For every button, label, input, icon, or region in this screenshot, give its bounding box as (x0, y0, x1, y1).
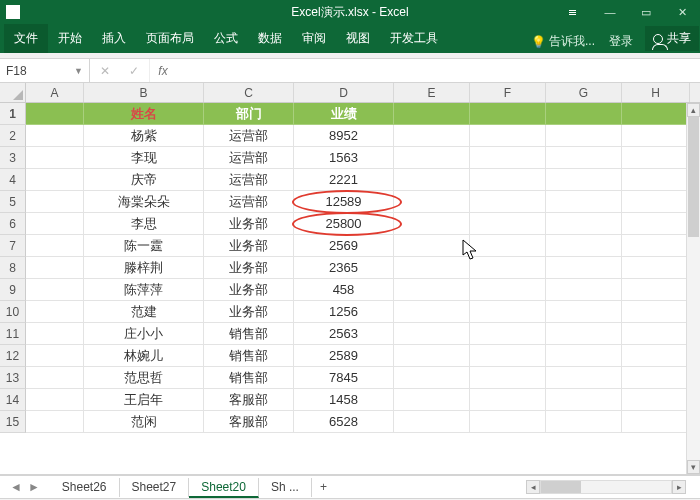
cell-score[interactable]: 12589 (294, 191, 394, 213)
enter-formula-icon[interactable]: ✓ (129, 64, 139, 78)
sheet-nav-next-icon[interactable]: ► (28, 480, 40, 494)
col-header-F[interactable]: F (470, 83, 546, 102)
add-sheet-button[interactable]: + (312, 480, 335, 494)
minimize-button[interactable]: — (592, 0, 628, 24)
row-header[interactable]: 13 (0, 367, 26, 389)
tab-data[interactable]: 数据 (248, 24, 292, 53)
row-header[interactable]: 3 (0, 147, 26, 169)
chevron-down-icon[interactable]: ▼ (74, 66, 83, 76)
sheet-nav-prev-icon[interactable]: ◄ (10, 480, 22, 494)
row-header[interactable]: 6 (0, 213, 26, 235)
cell-score[interactable]: 7845 (294, 367, 394, 389)
row-header[interactable]: 9 (0, 279, 26, 301)
header-name[interactable]: 姓名 (84, 103, 204, 125)
header-dept[interactable]: 部门 (204, 103, 294, 125)
cell-name[interactable]: 范思哲 (84, 367, 204, 389)
cell-dept[interactable]: 运营部 (204, 169, 294, 191)
cell-dept[interactable]: 运营部 (204, 125, 294, 147)
row-header[interactable]: 11 (0, 323, 26, 345)
tab-developer[interactable]: 开发工具 (380, 24, 448, 53)
cell-name[interactable]: 杨紫 (84, 125, 204, 147)
cell-dept[interactable]: 业务部 (204, 257, 294, 279)
cell-dept[interactable]: 销售部 (204, 345, 294, 367)
header-score[interactable]: 业绩 (294, 103, 394, 125)
vertical-scrollbar[interactable]: ▴ ▾ (686, 103, 700, 474)
cell-score[interactable]: 1458 (294, 389, 394, 411)
tab-review[interactable]: 审阅 (292, 24, 336, 53)
cell-dept[interactable]: 销售部 (204, 323, 294, 345)
col-header-H[interactable]: H (622, 83, 690, 102)
cell-name[interactable]: 林婉儿 (84, 345, 204, 367)
cell-name[interactable]: 庆帝 (84, 169, 204, 191)
cell-score[interactable]: 2365 (294, 257, 394, 279)
ribbon-options-icon[interactable] (556, 0, 592, 24)
login-link[interactable]: 登录 (603, 27, 639, 50)
row-header[interactable]: 2 (0, 125, 26, 147)
row-header[interactable]: 8 (0, 257, 26, 279)
cell-name[interactable]: 范建 (84, 301, 204, 323)
cell-dept[interactable]: 运营部 (204, 147, 294, 169)
cell-dept[interactable]: 业务部 (204, 213, 294, 235)
cell-score[interactable]: 2589 (294, 345, 394, 367)
cell-score[interactable]: 458 (294, 279, 394, 301)
cell-score[interactable]: 1256 (294, 301, 394, 323)
tab-layout[interactable]: 页面布局 (136, 24, 204, 53)
cell-name[interactable]: 范闲 (84, 411, 204, 433)
select-all-corner[interactable] (0, 83, 26, 102)
maximize-button[interactable]: ▭ (628, 0, 664, 24)
name-box[interactable]: F18 ▼ (0, 59, 90, 82)
row-header[interactable]: 7 (0, 235, 26, 257)
cell-dept[interactable]: 销售部 (204, 367, 294, 389)
fx-icon[interactable]: fx (150, 64, 176, 78)
cell-name[interactable]: 滕梓荆 (84, 257, 204, 279)
cell-name[interactable]: 庄小小 (84, 323, 204, 345)
scroll-left-icon[interactable]: ◂ (526, 480, 540, 494)
tab-file[interactable]: 文件 (4, 24, 48, 53)
hscroll-thumb[interactable] (541, 481, 581, 493)
col-header-G[interactable]: G (546, 83, 622, 102)
cell-name[interactable]: 陈萍萍 (84, 279, 204, 301)
col-header-C[interactable]: C (204, 83, 294, 102)
cell-dept[interactable]: 业务部 (204, 301, 294, 323)
share-button[interactable]: 共享 (645, 26, 699, 51)
cell-dept[interactable]: 客服部 (204, 411, 294, 433)
scroll-up-icon[interactable]: ▴ (687, 103, 700, 117)
row-header[interactable]: 5 (0, 191, 26, 213)
sheet-tab[interactable]: Sheet20 (189, 478, 259, 498)
row-header[interactable]: 10 (0, 301, 26, 323)
cell-name[interactable]: 王启年 (84, 389, 204, 411)
cell-score[interactable]: 2569 (294, 235, 394, 257)
cancel-formula-icon[interactable]: ✕ (100, 64, 110, 78)
row-header[interactable]: 15 (0, 411, 26, 433)
row-header[interactable]: 1 (0, 103, 26, 125)
cell-name[interactable]: 海棠朵朵 (84, 191, 204, 213)
cell-name[interactable]: 李现 (84, 147, 204, 169)
cell-name[interactable]: 陈一霆 (84, 235, 204, 257)
cell-score[interactable]: 8952 (294, 125, 394, 147)
row-header[interactable]: 12 (0, 345, 26, 367)
spreadsheet-grid[interactable]: A B C D E F G H 1姓名部门业绩2杨紫运营部89523李现运营部1… (0, 83, 700, 475)
col-header-D[interactable]: D (294, 83, 394, 102)
col-header-E[interactable]: E (394, 83, 470, 102)
sheet-tab[interactable]: Sheet26 (50, 478, 120, 497)
cell-dept[interactable]: 客服部 (204, 389, 294, 411)
scroll-thumb[interactable] (688, 117, 699, 237)
tab-home[interactable]: 开始 (48, 24, 92, 53)
row-header[interactable]: 14 (0, 389, 26, 411)
horizontal-scrollbar[interactable]: ◂ ▸ (526, 480, 686, 494)
tab-view[interactable]: 视图 (336, 24, 380, 53)
col-header-A[interactable]: A (26, 83, 84, 102)
sheet-tab[interactable]: Sh ... (259, 478, 312, 497)
cell-dept[interactable]: 运营部 (204, 191, 294, 213)
tell-me[interactable]: 💡 告诉我... (525, 27, 601, 50)
cell-score[interactable]: 1563 (294, 147, 394, 169)
tab-insert[interactable]: 插入 (92, 24, 136, 53)
cell-dept[interactable]: 业务部 (204, 235, 294, 257)
scroll-right-icon[interactable]: ▸ (672, 480, 686, 494)
cell-dept[interactable]: 业务部 (204, 279, 294, 301)
cell-score[interactable]: 25800 (294, 213, 394, 235)
cell-name[interactable]: 李思 (84, 213, 204, 235)
close-button[interactable]: ✕ (664, 0, 700, 24)
row-header[interactable]: 4 (0, 169, 26, 191)
cell-score[interactable]: 2221 (294, 169, 394, 191)
